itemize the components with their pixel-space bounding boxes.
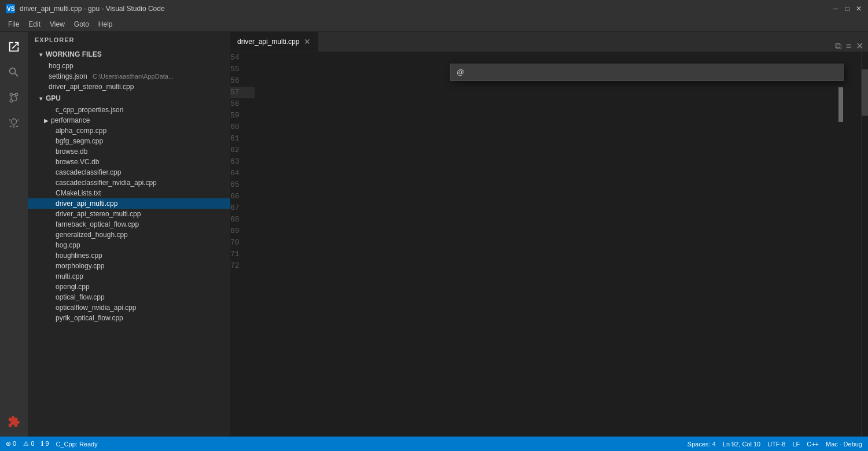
minimap	[861, 52, 868, 437]
status-encoding[interactable]: UTF-8	[767, 441, 785, 448]
status-errors[interactable]: ⊗ 0	[6, 440, 16, 448]
menu-view[interactable]: View	[45, 19, 69, 29]
code-editor[interactable]	[259, 52, 861, 437]
sidebar-item-morphology[interactable]: morphology.cpp	[28, 261, 230, 271]
sidebar-item-c-cpp-properties[interactable]: c_cpp_properties.json	[28, 105, 230, 115]
sidebar-item-houghlines[interactable]: houghlines.cpp	[28, 250, 230, 261]
split-editor-icon[interactable]: ⧉	[835, 41, 841, 51]
sidebar-item-pyrlk[interactable]: pyrlk_optical_flow.cpp	[28, 313, 230, 323]
status-line-endings[interactable]: LF	[792, 441, 800, 448]
sidebar-item-browse-db[interactable]: browse.db	[28, 146, 230, 157]
editor-tab-active[interactable]: driver_api_multi.cpp ✕	[230, 32, 318, 51]
sidebar-item-browse-vc-db[interactable]: browse.VC.db	[28, 157, 230, 167]
status-left: ⊗ 0 ⚠ 0 ℹ 9 C_Cpp: Ready	[6, 440, 98, 448]
sidebar-item-performance[interactable]: ▶ performance	[28, 115, 230, 125]
tab-bar: driver_api_multi.cpp ✕ ⧉ ≡ ✕	[230, 32, 868, 52]
working-files-section[interactable]: ▾ WORKING FILES	[28, 48, 230, 61]
tab-close-icon[interactable]: ✕	[304, 37, 311, 46]
menu-file[interactable]: File	[3, 19, 24, 29]
status-spaces[interactable]: Spaces: 4	[687, 441, 716, 448]
sidebar-item-optical-flow[interactable]: optical_flow.cpp	[28, 292, 230, 302]
status-debug-mode[interactable]: Mac - Debug	[826, 441, 862, 448]
tab-filename: driver_api_multi.cpp	[237, 38, 299, 46]
status-warnings[interactable]: ⚠ 0	[23, 440, 34, 448]
activity-bar	[0, 32, 28, 437]
title-bar: VS driver_api_multi.cpp - gpu - Visual S…	[0, 0, 868, 17]
status-position[interactable]: Ln 92, Col 10	[723, 441, 760, 448]
sidebar-item-hog[interactable]: hog.cpp	[28, 61, 230, 71]
minimap-thumb	[862, 69, 868, 116]
svg-point-2	[10, 99, 13, 102]
sidebar-item-farneback[interactable]: farneback_optical_flow.cpp	[28, 219, 230, 230]
sidebar-item-opengl[interactable]: opengl.cpp	[28, 282, 230, 292]
sidebar-item-driver-api-multi[interactable]: driver_api_multi.cpp	[28, 198, 230, 209]
sidebar-item-driver-stereo[interactable]: driver_api_stereo_multi.cpp	[28, 82, 230, 92]
minimize-button[interactable]: ─	[832, 5, 839, 12]
sidebar-item-cmake[interactable]: CMakeLists.txt	[28, 188, 230, 198]
close-button[interactable]: ✕	[855, 5, 862, 12]
editor-area: driver_api_multi.cpp ✕ ⧉ ≡ ✕ 54555657585…	[230, 32, 868, 437]
autocomplete-search-input[interactable]	[457, 68, 837, 76]
line-numbers: 54555657585960616263646566676869707172	[230, 52, 259, 437]
autocomplete-scrollbar-thumb	[838, 87, 843, 122]
status-bar: ⊗ 0 ⚠ 0 ℹ 9 C_Cpp: Ready Spaces: 4 Ln 92…	[0, 437, 868, 451]
working-files-chevron: ▾	[39, 51, 42, 58]
more-actions-icon[interactable]: ≡	[846, 41, 851, 51]
status-language[interactable]: C++	[807, 441, 819, 448]
menu-edit[interactable]: Edit	[24, 19, 45, 29]
autocomplete-search-box	[451, 64, 843, 80]
sidebar-item-alpha-comp[interactable]: alpha_comp.cpp	[28, 125, 230, 136]
gpu-section[interactable]: ▾ GPU	[28, 92, 230, 105]
debug-icon[interactable]	[3, 113, 24, 134]
gpu-chevron: ▾	[39, 95, 42, 102]
sidebar-item-driver-stereo-multi[interactable]: driver_api_stereo_multi.cpp	[28, 209, 230, 219]
autocomplete-dropdown	[450, 64, 844, 81]
menu-goto[interactable]: Goto	[69, 19, 94, 29]
svg-text:VS: VS	[7, 6, 15, 12]
git-icon[interactable]	[3, 87, 24, 108]
sidebar-item-generalized-hough[interactable]: generalized_hough.cpp	[28, 230, 230, 240]
sidebar-item-cascadeclassifier[interactable]: cascadeclassifier.cpp	[28, 167, 230, 178]
menu-bar: File Edit View Goto Help	[0, 17, 868, 32]
sidebar-item-cascadeclassifier-nvidia[interactable]: cascadeclassifier_nvidia_api.cpp	[28, 178, 230, 188]
status-right: Spaces: 4 Ln 92, Col 10 UTF-8 LF C++ Mac…	[687, 441, 862, 448]
sidebar-item-bgfg-segm[interactable]: bgfg_segm.cpp	[28, 136, 230, 146]
main-layout: EXPLORER ▾ WORKING FILES hog.cpp setting…	[0, 32, 868, 437]
sidebar: EXPLORER ▾ WORKING FILES hog.cpp setting…	[28, 32, 230, 437]
title-text: driver_api_multi.cpp - gpu - Visual Stud…	[20, 5, 832, 13]
svg-point-5	[11, 119, 16, 124]
window-controls: ─ □ ✕	[832, 5, 862, 12]
close-tab-icon[interactable]: ✕	[856, 40, 863, 51]
sidebar-item-opticalflow-nvidia[interactable]: opticalflow_nvidia_api.cpp	[28, 302, 230, 313]
status-cpp-ready[interactable]: C_Cpp: Ready	[56, 441, 98, 448]
explorer-header: EXPLORER	[28, 32, 230, 48]
explorer-icon[interactable]	[3, 36, 24, 57]
vscode-icon: VS	[6, 4, 15, 13]
extensions-icon[interactable]	[3, 411, 24, 432]
menu-help[interactable]: Help	[94, 19, 117, 29]
code-container: 54555657585960616263646566676869707172	[230, 52, 868, 437]
svg-point-3	[15, 93, 18, 96]
sidebar-item-hog2[interactable]: hog.cpp	[28, 240, 230, 250]
sidebar-item-multi[interactable]: multi.cpp	[28, 271, 230, 282]
search-icon[interactable]	[3, 62, 24, 83]
status-info[interactable]: ℹ 9	[41, 440, 49, 448]
maximize-button[interactable]: □	[844, 5, 851, 12]
sidebar-item-settings[interactable]: settings.json C:\Users\aasthan\AppData..…	[28, 71, 230, 82]
svg-point-4	[10, 93, 13, 96]
performance-chevron: ▶	[44, 117, 49, 124]
